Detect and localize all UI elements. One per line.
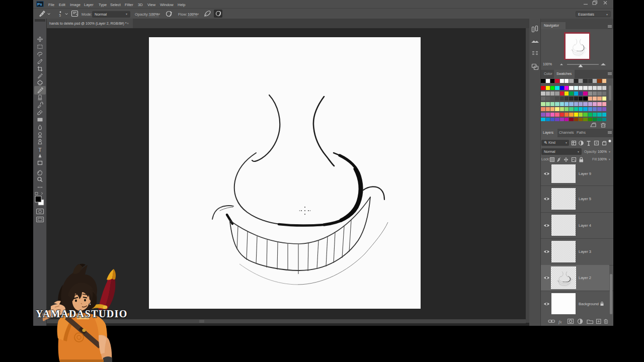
svg-text:fx: fx [558, 319, 562, 324]
svg-text:T: T [38, 147, 42, 153]
svg-text:5: 5 [59, 14, 61, 17]
